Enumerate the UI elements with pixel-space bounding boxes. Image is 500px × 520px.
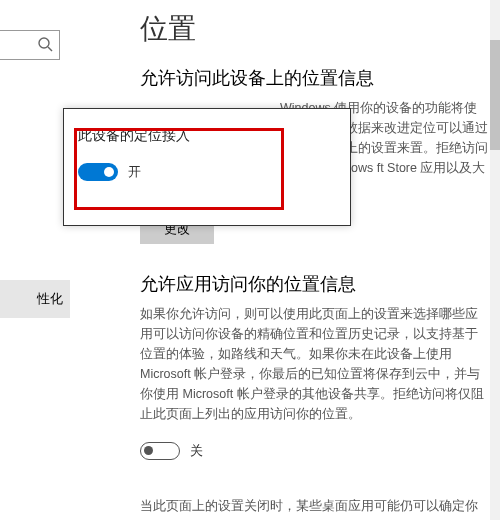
section2-description: 如果你允许访问，则可以使用此页面上的设置来选择哪些应用可以访问你设备的精确位置和…	[140, 304, 490, 424]
toggle-track-icon	[140, 442, 180, 460]
settings-sidebar: 性化	[0, 0, 70, 520]
app-location-toggle[interactable]: 关	[140, 442, 203, 460]
search-icon	[37, 36, 53, 52]
popup-heading: 此设备的定位接入	[78, 127, 336, 145]
toggle-label: 开	[128, 163, 141, 181]
toggle-label: 关	[190, 442, 203, 460]
svg-point-0	[39, 38, 49, 48]
page-title: 位置	[140, 10, 490, 48]
section-heading-device-location: 允许访问此设备上的位置信息	[140, 66, 490, 90]
sidebar-item-personalization[interactable]: 性化	[0, 280, 70, 318]
footer-note: 当此页面上的设置关闭时，某些桌面应用可能仍可以确定你	[140, 496, 490, 516]
section-heading-app-location: 允许应用访问你的位置信息	[140, 272, 490, 296]
device-location-toggle[interactable]: 开	[78, 163, 141, 181]
toggle-track-icon	[78, 163, 118, 181]
scrollbar-thumb[interactable]	[490, 40, 500, 150]
search-input-wrap[interactable]	[0, 30, 60, 60]
main-content: 位置 允许访问此设备上的位置信息 Windows 使用你的设备的功能将使用你的位…	[140, 10, 490, 463]
device-location-popup: 此设备的定位接入 开	[63, 108, 351, 226]
svg-line-1	[48, 47, 52, 51]
vertical-scrollbar[interactable]	[490, 0, 500, 520]
